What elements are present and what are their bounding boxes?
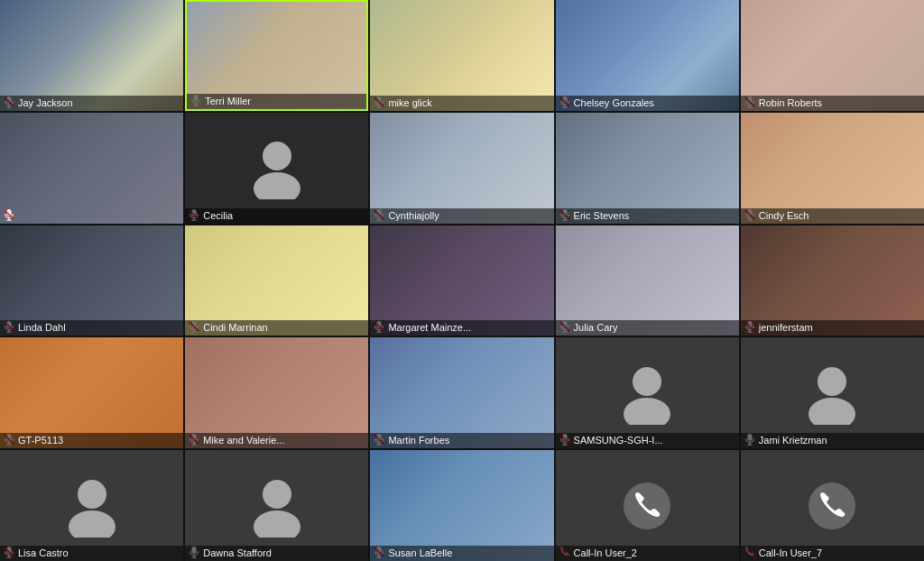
svg-point-85	[69, 510, 116, 538]
name-label-terri-miller: Terri Miller	[187, 94, 366, 109]
name-label-cynthiajolly: Cynthiajolly	[370, 208, 553, 224]
participant-cell-linda-dahl[interactable]: Linda Dahl	[0, 225, 183, 336]
phone-wrap-callin-user-2	[556, 450, 739, 561]
name-label-chelsey-gonzales: Chelsey Gonzales	[556, 96, 739, 111]
participant-cell-julia-cary[interactable]: Julia Cary	[556, 225, 739, 336]
name-label-margaret-mainze: Margaret Mainze...	[370, 320, 553, 336]
participant-cell-mike-valerie[interactable]: Mike and Valerie...	[185, 337, 368, 448]
svg-point-91	[254, 510, 300, 538]
svg-point-90	[263, 480, 291, 509]
participant-cell-cindy-esch[interactable]: Cindy Esch	[741, 113, 924, 224]
name-label-cindi-marrinan: Cindi Marrinan	[185, 320, 368, 336]
participant-cell-cindi-marrinan[interactable]: Cindi Marrinan	[185, 225, 368, 336]
participant-cell-callin-user-7[interactable]: Call-In User_7	[741, 450, 924, 561]
name-label-dawna-stafford: Dawna Stafford	[185, 546, 368, 561]
svg-point-80	[808, 398, 855, 425]
participant-cell-susan-labelle[interactable]: Susan LaBelle	[370, 450, 553, 561]
participant-cell-martin-forbes[interactable]: Martin Forbes	[370, 337, 553, 448]
svg-point-73	[633, 367, 661, 396]
name-label-cecilia: Cecilia	[185, 208, 368, 224]
svg-point-79	[818, 367, 846, 396]
name-label-julia-cary: Julia Cary	[556, 320, 739, 336]
participant-cell-callin-user-2[interactable]: Call-In User_2	[556, 450, 739, 561]
participant-cell-robin-roberts[interactable]: Robin Roberts	[741, 0, 924, 111]
name-label-gt-p5113: GT-P5113	[0, 433, 183, 448]
participant-cell-terri-miller[interactable]: Terri Miller	[185, 0, 368, 111]
video-grid: Jay Jackson Terri Miller mike glick Chel…	[0, 0, 924, 561]
svg-point-24	[254, 172, 300, 199]
participant-cell-mike-glick[interactable]: mike glick	[370, 0, 553, 111]
participant-cell-dawna-stafford[interactable]: Dawna Stafford	[185, 450, 368, 561]
participant-cell-chelsey-gonzales[interactable]: Chelsey Gonzales	[556, 0, 739, 111]
name-label-mike-valerie: Mike and Valerie...	[185, 433, 368, 448]
phone-circle-callin-user-7	[808, 483, 855, 529]
name-label-callin-user-7: Call-In User_7	[741, 546, 924, 561]
participant-cell-cecilia[interactable]: Cecilia	[185, 113, 368, 224]
name-label-samsung-sgh: SAMSUNG-SGH-I...	[556, 433, 739, 448]
phone-wrap-callin-user-7	[741, 450, 924, 561]
name-label-linda-dahl: Linda Dahl	[0, 320, 183, 336]
mute-icon-unknown1	[3, 208, 15, 221]
svg-point-74	[624, 398, 670, 425]
svg-point-84	[78, 480, 106, 509]
silhouette-cecilia	[185, 113, 368, 224]
participant-cell-lisa-castro[interactable]: Lisa Castro	[0, 450, 183, 561]
silhouette-jami-krietzman	[741, 337, 924, 448]
name-label-lisa-castro: Lisa Castro	[0, 546, 183, 561]
participant-cell-jami-krietzman[interactable]: Jami Krietzman	[741, 337, 924, 448]
name-label-cindy-esch: Cindy Esch	[741, 208, 924, 224]
participant-cell-cynthiajolly[interactable]: Cynthiajolly	[370, 113, 553, 224]
name-label-jay-jackson: Jay Jackson	[0, 96, 183, 111]
name-label-eric-stevens: Eric Stevens	[556, 208, 739, 224]
participant-cell-unknown1[interactable]	[0, 113, 183, 224]
participant-cell-jay-jackson[interactable]: Jay Jackson	[0, 0, 183, 111]
participant-cell-gt-p5113[interactable]: GT-P5113	[0, 337, 183, 448]
name-label-jenniferstam: jenniferstam	[741, 320, 924, 336]
silhouette-dawna-stafford	[185, 450, 368, 561]
name-label-callin-user-2: Call-In User_2	[556, 546, 739, 561]
participant-cell-samsung-sgh[interactable]: SAMSUNG-SGH-I...	[556, 337, 739, 448]
name-label-robin-roberts: Robin Roberts	[741, 96, 924, 111]
phone-circle-callin-user-2	[624, 483, 670, 529]
silhouette-lisa-castro	[0, 450, 183, 561]
name-label-susan-labelle: Susan LaBelle	[370, 546, 553, 561]
svg-point-23	[263, 142, 291, 170]
participant-cell-eric-stevens[interactable]: Eric Stevens	[556, 113, 739, 224]
name-label-jami-krietzman: Jami Krietzman	[741, 433, 924, 448]
participant-cell-margaret-mainze[interactable]: Margaret Mainze...	[370, 225, 553, 336]
name-label-mike-glick: mike glick	[370, 96, 553, 111]
name-label-martin-forbes: Martin Forbes	[370, 433, 553, 448]
silhouette-samsung-sgh	[556, 337, 739, 448]
participant-cell-jenniferstam[interactable]: jenniferstam	[741, 225, 924, 336]
